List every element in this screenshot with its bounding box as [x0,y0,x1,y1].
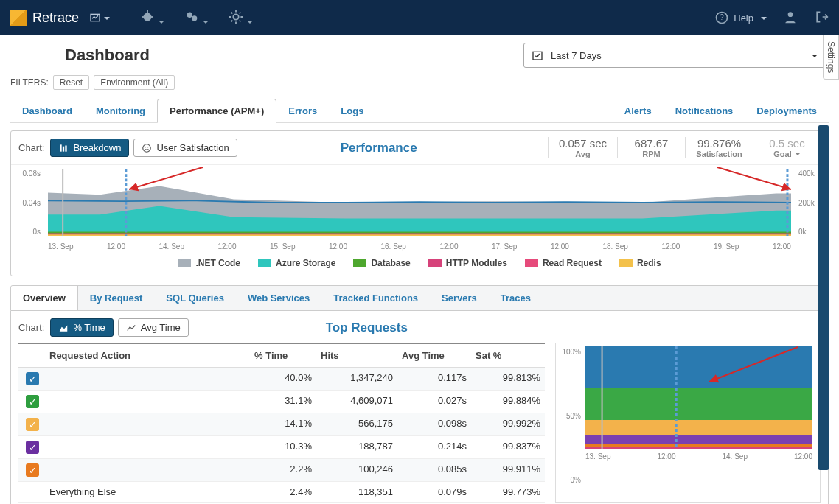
y-tick: 0s [15,228,41,236]
help-icon: ? [714,10,729,25]
legend-label: Azure Storage [276,258,335,268]
cell-pct: 14.1% [250,413,316,435]
filter-reset[interactable]: Reset [53,75,89,90]
settings-side-tab[interactable]: Settings [823,35,839,80]
x-tick: 18. Sep [602,242,627,251]
legend-item[interactable]: Database [353,258,410,268]
subtab-web-services[interactable]: Web Services [236,286,321,310]
x-tick: 19. Sep [714,242,739,251]
tab-alerts[interactable]: Alerts [613,99,664,122]
row-checkbox[interactable]: ✓ [26,463,39,477]
caret-down-icon [758,13,767,24]
filter-environment[interactable]: Environment (All) [94,75,175,90]
metric-label: Avg [559,150,607,158]
tab-monitoring[interactable]: Monitoring [84,99,157,122]
calendar-check-icon [532,49,543,61]
user-satisfaction-button[interactable]: User Satisfaction [133,139,237,157]
subtab-by-request[interactable]: By Request [78,286,155,310]
filters-label: FILTERS: [10,77,49,88]
table-row[interactable]: Everything Else2.4%118,3510.079s99.773% [18,482,545,503]
cell-action [45,391,250,413]
row-checkbox[interactable]: ✓ [26,418,39,431]
pct-time-button[interactable]: % Time [50,318,113,337]
legend-swatch [353,259,366,267]
metric-rpm: 687.67RPM [617,137,685,158]
engine-icon[interactable] [184,9,209,27]
x-tick: 12:00 [439,242,458,251]
legend-label: Database [371,258,410,268]
legend-item[interactable]: Redis [619,258,661,268]
legend-swatch [258,259,271,267]
table-row[interactable]: ✓10.3%188,7870.214s99.837% [18,436,545,459]
gear-icon[interactable] [228,9,253,27]
legend-swatch [178,259,191,267]
legend-item[interactable]: .NET Code [178,258,240,268]
subtab-servers[interactable]: Servers [430,286,489,310]
subtab-sql-queries[interactable]: SQL Queries [154,286,236,310]
col-requested-action[interactable]: Requested Action [45,349,250,363]
top-requests-mini-chart[interactable]: 100%50%0% 13. Sep12:0014. Sep12:00 [555,343,821,503]
y-tick: 100% [559,348,581,356]
line-icon [126,323,136,333]
subtab-overview[interactable]: Overview [11,286,78,310]
y-tick: 0.04s [15,199,41,207]
legend-label: Read Request [543,258,602,268]
tab-logs[interactable]: Logs [329,99,375,122]
logout-icon[interactable] [814,10,829,27]
timerange-label: Last 7 Days [551,50,602,61]
cell-action [45,436,250,458]
tab-notifications[interactable]: Notifications [664,99,745,122]
col-hits[interactable]: Hits [316,349,397,363]
nav-dropdown-metrics[interactable] [89,12,110,24]
col-sat-[interactable]: Sat % [471,349,545,363]
subtab-tracked-functions[interactable]: Tracked Functions [321,286,430,310]
user-icon[interactable] [783,10,798,27]
row-checkbox[interactable]: ✓ [26,395,39,408]
tab-deployments[interactable]: Deployments [745,99,829,122]
cell-pct: 2.2% [250,459,316,481]
x-tick: 15. Sep [270,242,295,251]
legend-label: HTTP Modules [446,258,507,268]
metric-label: Goal [764,150,810,158]
cell-sat: 99.992% [471,413,545,435]
col-avg-time[interactable]: Avg Time [397,349,471,363]
row-checkbox[interactable]: ✓ [26,372,39,385]
avg-time-button[interactable]: Avg Time [118,318,189,337]
help-menu[interactable]: ? Help [714,10,767,25]
table-row[interactable]: ✓40.0%1,347,2400.117s99.813% [18,368,545,391]
x-tick: 12:00 [794,452,812,461]
cell-avg: 0.079s [397,482,471,502]
legend-item[interactable]: Azure Storage [258,258,335,268]
table-row[interactable]: ✓14.1%566,1750.098s99.992% [18,413,545,436]
tab-errors[interactable]: Errors [276,99,329,122]
cell-hits: 100,246 [316,459,397,481]
main-tabs: DashboardMonitoringPerformance (APM+)Err… [10,99,829,123]
tab-performance-apm-[interactable]: Performance (APM+) [157,99,276,123]
breakdown-button[interactable]: Breakdown [50,139,129,157]
legend-item[interactable]: HTTP Modules [428,258,507,268]
svg-rect-13 [63,146,64,151]
subtab-traces[interactable]: Traces [489,286,543,310]
performance-chart[interactable]: 0.08s0.04s0s 400k200k0k 13. Sep12:0014. … [11,165,828,253]
cell-avg: 0.085s [397,459,471,481]
timerange-picker[interactable]: Last 7 Days [523,43,826,68]
bug-icon[interactable] [139,9,164,27]
metric-goal[interactable]: 0.5 secGoal [753,137,821,158]
cell-action [45,368,250,390]
legend-item[interactable]: Read Request [525,258,602,268]
top-requests-title: Top Requests [326,321,408,335]
svg-rect-14 [66,145,67,151]
brand-logo[interactable]: Retrace [10,10,79,26]
table-row[interactable]: ✓2.2%100,2460.085s99.911% [18,459,545,482]
row-checkbox[interactable]: ✓ [26,441,39,454]
cell-avg: 0.214s [397,436,471,458]
svg-rect-36 [585,447,812,449]
table-row[interactable]: ✓31.1%4,609,0710.027s99.884% [18,391,545,413]
metric-value: 687.67 [628,137,675,150]
col--time[interactable]: % Time [250,349,316,363]
performance-title: Performance [341,141,417,155]
vertical-scrollbar[interactable] [818,125,829,470]
user-sat-label: User Satisfaction [156,142,229,153]
tab-dashboard[interactable]: Dashboard [10,99,84,122]
x-tick: 12:00 [217,242,236,251]
